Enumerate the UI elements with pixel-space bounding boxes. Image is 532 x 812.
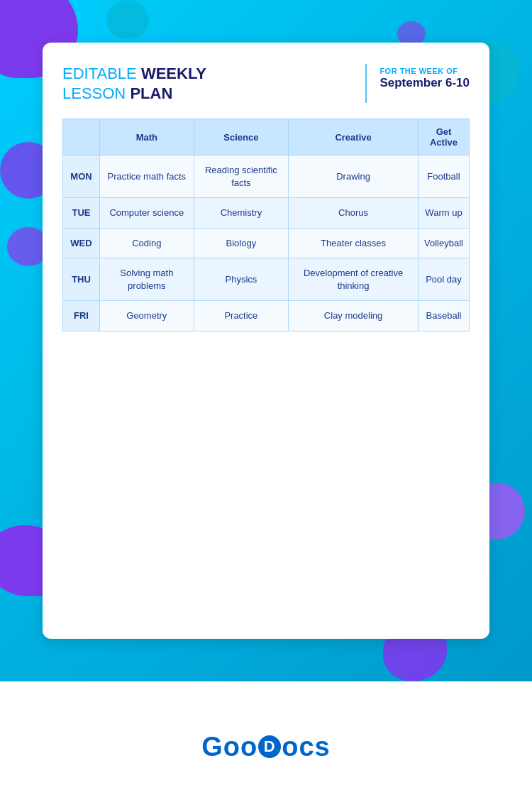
logo-ocs: ocs [282,732,330,762]
math-cell-thu: Solving math problems [100,258,194,301]
header-divider [365,64,367,103]
background-frame: EDITABLE WEEKLY LESSON PLAN FOR THE WEEK… [0,0,532,681]
math-cell-mon: Practice math facts [100,155,194,198]
day-cell-thu: THU [63,258,100,301]
col-header-math: Math [100,119,194,155]
day-cell-mon: MON [63,155,100,198]
table-header-row: Math Science Creative Get Active [63,119,470,155]
creative-cell-fri: Clay modeling [289,301,419,331]
active-cell-mon: Football [418,155,469,198]
creative-cell-thu: Development of creative thinking [289,258,419,301]
creative-cell-tue: Chorus [289,198,419,229]
active-cell-tue: Warm up [418,198,469,229]
logo-goo: Goo [201,732,257,762]
week-section: FOR THE WEEK OF September 6-10 [379,64,470,91]
active-cell-fri: Baseball [418,301,469,331]
card-header: EDITABLE WEEKLY LESSON PLAN FOR THE WEEK… [62,64,470,103]
math-cell-tue: Computer science [100,198,194,229]
creative-cell-wed: Theater classes [289,228,419,258]
title-line2: LESSON PLAN [62,84,353,104]
week-date: September 6-10 [379,75,470,91]
col-header-science: Science [194,119,288,155]
title-lesson-word: LESSON [62,84,126,102]
col-header-creative: Creative [289,119,419,155]
title-editable-word: EDITABLE [62,65,137,82]
active-cell-wed: Volleyball [418,228,469,258]
title-plan-word: PLAN [130,84,172,102]
creative-cell-mon: Drawing [289,155,419,198]
day-cell-tue: TUE [63,198,100,229]
table-row: TUEComputer scienceChemistryChorusWarm u… [63,198,470,229]
math-cell-fri: Geometry [100,301,194,331]
title-line1: EDITABLE WEEKLY [62,64,353,84]
table-row: MONPractice math factsReading scientific… [63,155,470,198]
science-cell-fri: Practice [194,301,288,331]
title-weekly-word: WEEKLY [141,65,206,82]
blob-9 [106,0,149,39]
day-cell-wed: WED [63,228,100,258]
week-label: FOR THE WEEK OF [379,67,458,75]
lesson-table: Math Science Creative Get Active MONPrac… [62,119,470,331]
table-row: FRIGeometryPracticeClay modelingBaseball [63,301,470,331]
day-cell-fri: FRI [63,301,100,331]
logo: GooDocs [201,732,330,762]
col-header-active: Get Active [418,119,469,155]
math-cell-wed: Coding [100,228,194,258]
science-cell-wed: Biology [194,228,288,258]
col-header-day [63,119,100,155]
science-cell-tue: Chemistry [194,198,288,229]
logo-d-icon: D [258,735,281,758]
title-section: EDITABLE WEEKLY LESSON PLAN [62,64,353,103]
science-cell-thu: Physics [194,258,288,301]
lesson-plan-card: EDITABLE WEEKLY LESSON PLAN FOR THE WEEK… [43,43,489,639]
table-row: THUSolving math problemsPhysicsDevelopme… [63,258,470,301]
footer: GooDocs [0,681,532,812]
table-row: WEDCodingBiologyTheater classesVolleybal… [63,228,470,258]
science-cell-mon: Reading scientific facts [194,155,288,198]
active-cell-thu: Pool day [418,258,469,301]
